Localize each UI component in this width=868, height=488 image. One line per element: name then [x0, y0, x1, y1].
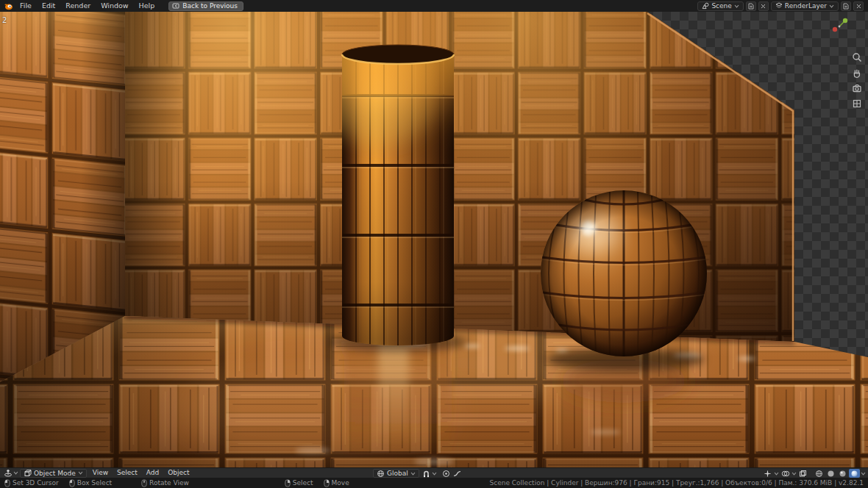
hint-label: Set 3D Cursor: [13, 479, 59, 487]
viewlayer-new-button[interactable]: [841, 1, 851, 11]
gizmo-dropdown-chevron-icon[interactable]: [774, 472, 779, 476]
overlays-icon: [781, 470, 790, 478]
show-gizmo-toggle[interactable]: [762, 469, 773, 478]
blender-logo-icon[interactable]: [3, 1, 13, 11]
topbar: File Edit Render Window Help Back to Pre…: [0, 0, 868, 12]
shading-solid-button[interactable]: [825, 469, 836, 478]
overlays-dropdown-chevron-icon[interactable]: [791, 472, 797, 476]
xray-icon: [799, 470, 807, 478]
scene-selector[interactable]: Scene: [697, 1, 743, 11]
hint-rotate-view: Rotate View: [141, 479, 189, 487]
scene-unlink-button[interactable]: [758, 1, 769, 11]
viewport-side-tools: [851, 51, 863, 110]
menu-file[interactable]: File: [15, 0, 37, 12]
rendered-sphere-icon: [850, 470, 858, 478]
orthographic-grid-icon[interactable]: [851, 98, 863, 110]
hint-label: Rotate View: [149, 479, 189, 487]
gizmo-axes-icon: [764, 470, 772, 478]
scene-statistics: Scene Collection | Cylinder | Вершин:976…: [490, 479, 864, 487]
hint-label: Select: [293, 479, 313, 487]
hint-box-select: Box Select: [69, 479, 112, 487]
status-bar: Set 3D Cursor Box Select Rotate View Sel…: [0, 478, 868, 488]
scene-icon: [702, 2, 709, 10]
material-sphere-icon: [839, 470, 847, 478]
xray-toggle[interactable]: [797, 469, 808, 478]
mouse-left-icon: [4, 479, 10, 487]
menu-add[interactable]: Add: [142, 468, 163, 478]
mouse-right-drag-icon: [324, 479, 330, 487]
zoom-icon[interactable]: [851, 51, 863, 63]
object-mode-cube-icon: [24, 469, 32, 477]
back-screen-icon: [172, 3, 179, 10]
show-overlays-toggle[interactable]: [780, 469, 791, 478]
viewport-header: Object Mode View Select Add Object Globa…: [0, 467, 868, 478]
mode-label: Object Mode: [34, 470, 76, 477]
shading-material-button[interactable]: [837, 469, 848, 478]
hint-move: Move: [324, 479, 349, 487]
proportional-falloff-button[interactable]: [452, 469, 463, 478]
mouse-right-icon: [285, 479, 291, 487]
mouse-left-drag-icon: [69, 479, 75, 487]
snap-toggle-button[interactable]: [421, 469, 432, 478]
transform-orientation-dropdown[interactable]: Global: [373, 469, 419, 478]
orientation-label: Global: [387, 470, 408, 477]
proportional-circle-icon: [442, 470, 450, 478]
shading-dropdown-chevron-icon[interactable]: [861, 472, 866, 476]
viewport-3d[interactable]: 2: [0, 12, 868, 467]
back-to-previous-button[interactable]: Back to Previous: [168, 1, 243, 11]
snap-dropdown-chevron-icon[interactable]: [432, 472, 437, 476]
viewlayer-selector[interactable]: RenderLayer: [771, 1, 839, 11]
hint-set-3d-cursor: Set 3D Cursor: [4, 479, 59, 487]
shading-wireframe-button[interactable]: [814, 469, 825, 478]
viewport-overlay-number: 2: [2, 16, 7, 24]
viewlayer-name: RenderLayer: [785, 2, 827, 10]
falloff-curve-icon: [453, 470, 461, 477]
scene-new-button[interactable]: [746, 1, 756, 11]
navigation-gizmo[interactable]: [830, 16, 849, 35]
magnet-icon: [422, 470, 430, 478]
menu-object[interactable]: Object: [163, 468, 193, 478]
mode-dropdown[interactable]: Object Mode: [20, 469, 87, 478]
back-button-label: Back to Previous: [182, 2, 238, 10]
pan-hand-icon[interactable]: [851, 67, 863, 79]
chevron-down-icon: [410, 472, 416, 476]
menu-window[interactable]: Window: [96, 0, 133, 12]
scene-name: Scene: [711, 2, 731, 10]
hint-label: Box Select: [77, 479, 112, 487]
viewlayer-remove-button[interactable]: [853, 1, 864, 11]
chevron-down-icon: [78, 471, 83, 475]
proportional-edit-toggle[interactable]: [441, 469, 452, 478]
globe-icon: [377, 470, 385, 478]
rendered-scene-canvas[interactable]: [0, 12, 868, 467]
chevron-down-icon: [734, 4, 739, 8]
wireframe-sphere-icon: [815, 470, 823, 478]
camera-view-icon[interactable]: [851, 82, 863, 94]
chevron-down-icon: [829, 4, 834, 8]
editor-type-button[interactable]: [2, 469, 13, 478]
shading-rendered-button[interactable]: [849, 469, 860, 478]
viewlayer-icon: [775, 2, 783, 10]
hint-select: Select: [285, 479, 313, 487]
solid-sphere-icon: [827, 470, 835, 478]
menu-edit[interactable]: Edit: [37, 0, 60, 12]
menu-view[interactable]: View: [88, 468, 113, 478]
mouse-middle-icon: [141, 479, 147, 487]
chevron-down-icon[interactable]: [13, 471, 18, 475]
menu-select[interactable]: Select: [113, 468, 142, 478]
menu-help[interactable]: Help: [134, 0, 160, 12]
menu-render[interactable]: Render: [60, 0, 96, 12]
hint-label: Move: [332, 479, 349, 487]
